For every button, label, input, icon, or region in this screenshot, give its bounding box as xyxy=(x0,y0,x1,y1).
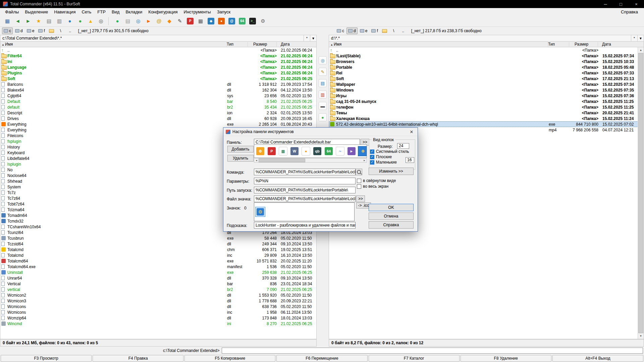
flat-checkbox[interactable]: Плоские xyxy=(370,155,392,159)
notes-icon[interactable]: ▤ xyxy=(123,16,132,26)
scroll-down-icon[interactable]: ▼ xyxy=(638,333,644,339)
close-button[interactable]: × xyxy=(629,0,644,8)
left-history-button[interactable]: * xyxy=(304,35,310,41)
file-row[interactable]: Soft<Папка>17.02.2025 21:13 xyxy=(329,76,638,81)
column-name[interactable]: ▲Имя xyxy=(2,42,226,47)
media-icon[interactable]: ► xyxy=(346,146,357,156)
scroll-left-icon[interactable]: ◄ xyxy=(254,159,259,162)
lockhunter-icon[interactable]: ⚙ xyxy=(358,146,367,156)
menu-item-навигация[interactable]: Навигация xyxy=(51,9,78,15)
column-name[interactable]: ▲Имя xyxy=(330,42,548,47)
file-row[interactable]: Description2 32402.01.2025 13:50 xyxy=(0,110,316,116)
fullscreen-checkbox[interactable]: во весь экран xyxy=(357,184,388,189)
menu-item-инструменты[interactable]: Инструменты xyxy=(181,9,214,15)
scrollbar-thumb[interactable] xyxy=(259,159,305,162)
file-row[interactable]: defaultbr235 43421.02.2025 06:25 xyxy=(0,104,316,110)
folders-button[interactable] xyxy=(380,27,389,34)
drive-button-d[interactable]: d xyxy=(346,27,358,34)
file-row[interactable]: Wcmicon2dll1 553 92005.02.2020 11:50 xyxy=(0,292,316,298)
file-row[interactable]: Халецкая Ксюша<Папка>15.02.2025 11:24 xyxy=(329,116,638,121)
column-type[interactable]: Тип xyxy=(226,42,248,47)
right-path-bar[interactable]: d:\*.* * ▼ xyxy=(329,35,644,42)
change-button[interactable]: Изменить >> xyxy=(369,168,414,175)
left-hotlist-button[interactable]: ▼ xyxy=(310,35,316,41)
menu-item-вкладки[interactable]: Вкладки xyxy=(122,9,145,15)
drive-button-e[interactable]: e xyxy=(25,27,36,34)
file-row[interactable]: Unrar64dll370 32809.10.2024 13:50 xyxy=(0,275,316,281)
notes-icon[interactable]: ▥ xyxy=(319,90,327,99)
file-row[interactable]: Wcmiconsdll638 73605.02.2020 11:50 xyxy=(0,304,316,309)
network-globe-icon[interactable]: ● xyxy=(65,16,74,26)
chart-icon[interactable]: ▥ xyxy=(278,146,288,156)
calculator-icon[interactable]: ▦ xyxy=(196,16,205,26)
column-date[interactable]: Дата xyxy=(276,42,316,47)
file-row[interactable]: Totalcmd64exe10 571 83220.02.2025 11:20 xyxy=(0,258,316,264)
icon-list-box[interactable]: ⚙ xyxy=(254,202,355,221)
file-row[interactable]: Uninstallexe259 63821.02.2025 06:25 xyxy=(0,269,316,275)
root-dir-button[interactable]: \ xyxy=(56,27,65,34)
file-row[interactable]: Wallpaper<Папка>15.02.2025 07:34 xyxy=(329,81,638,87)
menu-item-вид[interactable]: Вид xyxy=(109,9,123,15)
pdf-icon[interactable]: P xyxy=(267,146,277,156)
column-date[interactable]: Дата xyxy=(598,42,638,47)
file-row[interactable]: Soft<Папка>21.02.2025 06:25 xyxy=(0,76,316,81)
file-row[interactable]: verticalbr27 09021.02.2025 06:25 xyxy=(0,287,316,292)
media-play-icon[interactable]: ► xyxy=(144,16,153,26)
startpath-input[interactable]: %COMMANDER_PATH%\Soft\LockHunterPortable… xyxy=(254,187,356,193)
file-row[interactable]: сад 31-05-24 выпуск<Папка>15.02.2025 11:… xyxy=(329,99,638,104)
drive-button-f[interactable]: f xyxy=(37,27,46,34)
console-icon[interactable]: >_ xyxy=(248,16,257,26)
iconfile-input[interactable]: %COMMANDER_PATH%\Soft\LockHunterPortable… xyxy=(254,195,356,202)
mail-at-icon[interactable]: @ xyxy=(154,16,164,26)
file-row[interactable]: Темы<Папка>20.02.2025 21:41 xyxy=(329,110,638,116)
parent-dir-button[interactable]: .. xyxy=(66,27,74,34)
file-row[interactable]: Defaultbar8 54021.02.2025 06:25 xyxy=(0,99,316,104)
usb-icon[interactable]: ● xyxy=(319,113,327,121)
drive-button-f[interactable]: f xyxy=(370,27,379,34)
menu-item-ftp[interactable]: FTP xyxy=(94,9,109,15)
fkey-f5[interactable]: F5 Копирование xyxy=(184,355,275,362)
minimized-checkbox[interactable]: в свёрнутом виде xyxy=(357,178,396,183)
file-row[interactable]: Rel<Папка>15.02.2025 07:33 xyxy=(329,70,638,76)
file-row[interactable]: Cglpt64sys23 65605.02.2020 11:50 xyxy=(0,93,316,99)
magnifier-icon[interactable]: ◎ xyxy=(96,16,106,26)
drive-button-c[interactable]: c xyxy=(335,27,346,34)
file-row[interactable]: ↑..<Папка>21.02.2025 06:24 xyxy=(0,47,316,53)
drive-button-e[interactable]: e xyxy=(358,27,369,34)
strip-scrollbar[interactable]: ◄ ► xyxy=(254,158,367,163)
small-checkbox[interactable]: Маленькие xyxy=(370,160,397,165)
wrench-icon[interactable]: ⚙ xyxy=(258,16,268,26)
file-row[interactable]: телефон<Папка>15.02.2025 11:25 xyxy=(329,104,638,110)
dialog-close-icon[interactable]: ✕ xyxy=(406,128,418,136)
fkey-f8[interactable]: F8 Удаление xyxy=(461,355,551,362)
file-row[interactable]: Wcmiconsinc1 95806.11.2024 13:50 xyxy=(0,309,316,315)
warning-icon[interactable]: ▲ xyxy=(86,16,95,26)
add-button[interactable]: Добавить xyxy=(227,146,254,153)
docs-list-icon[interactable]: ▥ xyxy=(55,16,64,26)
file-row[interactable]: !Last(Stable)<Папка>15.02.2025 07:34 xyxy=(329,53,638,59)
remove-button[interactable]: Удалить xyxy=(227,155,254,162)
file-row[interactable]: Verticalbar83623.01.2024 18:34 xyxy=(0,281,316,287)
ok-button[interactable]: OK xyxy=(369,204,414,211)
file-row[interactable]: 572.42-desktop-win10-win11-64bit-interna… xyxy=(329,121,638,127)
orange-gear-icon[interactable]: ⚙ xyxy=(255,146,265,156)
right-hotlist-button[interactable]: ▼ xyxy=(637,35,644,41)
file-row[interactable]: Tcusbrunexe58 44805.02.2020 11:50 xyxy=(0,235,316,241)
qbittorrent-icon[interactable]: qb xyxy=(312,146,322,156)
at-blue-icon[interactable]: @ xyxy=(227,16,236,26)
file-row[interactable]: Tczstd64dll249 34409.10.2024 13:50 xyxy=(0,241,316,247)
drive-button-c[interactable]: c xyxy=(2,27,13,34)
left-path-bar[interactable]: c:\Total Commander Extended\*.* * ▼ xyxy=(0,35,317,42)
file-row[interactable]: Blakex64dll162 30404.12.2024 13:50 xyxy=(0,87,316,93)
parent-dir-button[interactable]: .. xyxy=(399,27,408,34)
edit-pencil-icon[interactable]: ✎ xyxy=(175,16,184,26)
edit-icon[interactable]: ✎ xyxy=(319,68,327,76)
fkey-f3[interactable]: F3 Просмотр xyxy=(1,355,92,362)
activity-icon[interactable]: ~ xyxy=(335,146,345,156)
favorites-star-icon[interactable]: ★ xyxy=(34,16,43,26)
fkey-f6[interactable]: F6 Перемещение xyxy=(276,355,367,362)
globe-green-icon[interactable]: ● xyxy=(75,16,85,26)
scroll-up-icon[interactable]: ▲ xyxy=(638,47,644,53)
file-row[interactable]: Portable<Папка>18.02.2025 05:48 xyxy=(329,64,638,70)
file-row[interactable]: Drivesdll60 92820.09.2023 16:45 xyxy=(0,116,316,121)
